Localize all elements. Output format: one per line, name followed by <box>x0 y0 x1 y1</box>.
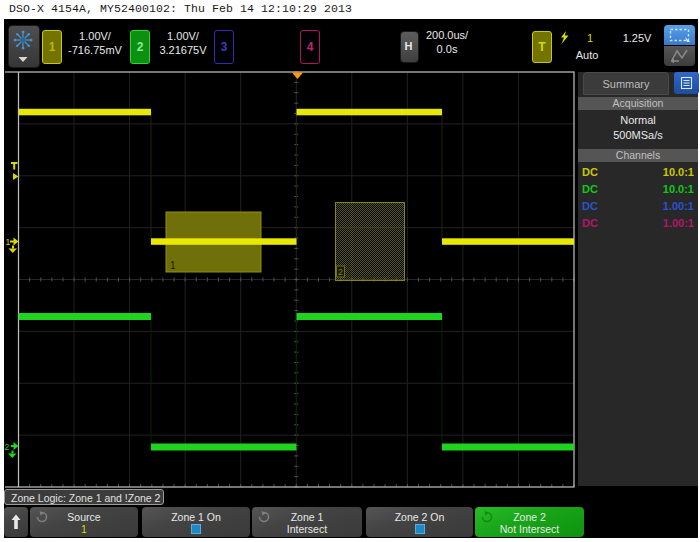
svg-text:1: 1 <box>170 260 176 271</box>
svg-text:1: 1 <box>6 237 11 247</box>
svg-text:2: 2 <box>5 442 10 452</box>
svg-text:2: 2 <box>338 267 343 277</box>
